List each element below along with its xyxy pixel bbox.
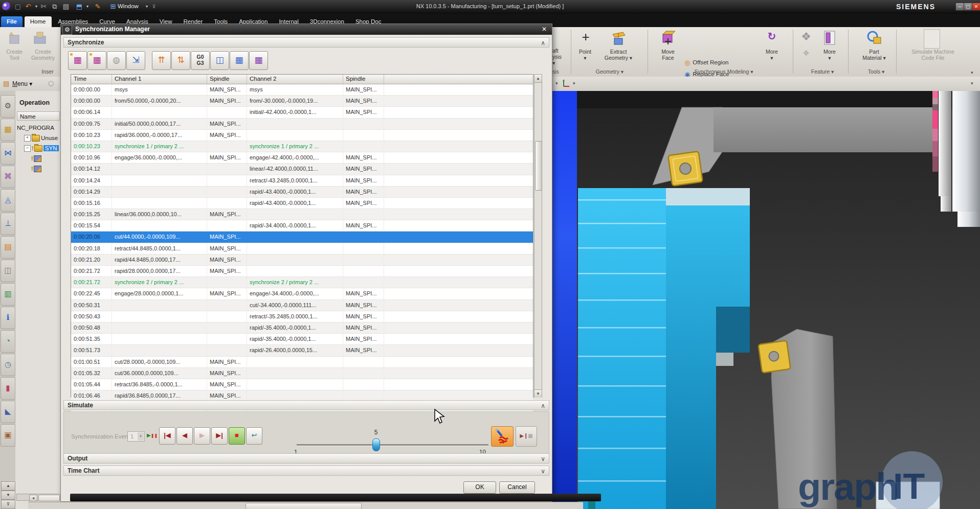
cancel-button[interactable]: Cancel <box>499 481 535 494</box>
copy-icon[interactable]: ⧉ <box>50 2 59 11</box>
table-row[interactable]: 0:00:50.48rapid/-35.4000,-0.0000,1...MAI… <box>71 322 533 334</box>
resource-scroll-down-icon[interactable]: ▼ <box>1 491 15 500</box>
table-row[interactable]: 0:00:15.54rapid/-34.4000,-0.0000,1...MAI… <box>71 220 533 232</box>
tree-item[interactable]: ! <box>31 153 42 164</box>
column-header-channel-1[interactable]: Channel 1 <box>112 75 207 84</box>
collapse-icon-2[interactable]: ∧ <box>541 401 545 410</box>
remove-synchronization-button[interactable]: ◍ <box>107 51 126 70</box>
resource-tab-operation-navigator-icon[interactable]: ▤ <box>1 236 15 259</box>
ribbon-tab-home[interactable]: Home <box>25 16 52 27</box>
create-synchronization-alt-button[interactable]: ▦* <box>87 51 106 70</box>
table-row[interactable]: 0:00:10.23rapid/36.0000,-0.0000,17...MAI… <box>71 130 533 141</box>
resource-tab-scene-icon[interactable]: ▣ <box>1 424 15 447</box>
table-row[interactable]: 0:00:22.45engage/28.0000,0.0000,1...MAIN… <box>71 288 533 299</box>
nav-scroll-left-icon[interactable]: ◂ <box>29 495 37 501</box>
resource-tab-web-browser-icon[interactable]: ◔ <box>1 330 15 353</box>
rewind-to-start-button[interactable]: |◀ <box>159 427 175 445</box>
table-row[interactable]: 0:00:14.12linear/-42.4000,0.0000,11...MA… <box>71 164 533 175</box>
collapse-icon[interactable]: ∧ <box>541 38 545 48</box>
resource-overflow-icon[interactable]: ⊽ <box>1 500 15 509</box>
part-material-button[interactable]: PartMaterial ▾ <box>858 49 890 61</box>
table-row[interactable]: 0:00:51.35rapid/-35.4000,-0.0000,1...MAI… <box>71 334 533 345</box>
column-header-spindle[interactable]: Spindle <box>343 75 384 84</box>
resource-tab-sketch-icon[interactable]: ◬ <box>1 189 15 212</box>
bottom-scroll-thumb[interactable] <box>246 503 362 509</box>
table-row[interactable]: 0:01:00.51cut/28.0000,-0.0000,109...MAIN… <box>71 357 533 368</box>
nav-scroll-thumb[interactable] <box>38 495 60 501</box>
table-row[interactable]: 0:00:21.72synchronize 2 / primary 2 ...s… <box>71 277 533 288</box>
create-geometry-button[interactable]: CreateGeometry <box>27 49 59 61</box>
table-row[interactable]: 0:00:20.06cut/44.0000,-0.0000,109...MAIN… <box>71 232 533 243</box>
forward-to-end-button[interactable]: ▶| <box>211 427 228 445</box>
table-row[interactable]: 0:00:14.29rapid/-43.4000,-0.0000,1...MAI… <box>71 187 533 198</box>
table-view-full-button[interactable]: ▦ <box>230 51 249 70</box>
resource-tab-part-navigator-icon[interactable]: ⌘ <box>1 166 15 188</box>
g-code-filter-button[interactable]: G0G3 <box>191 51 210 70</box>
toolbar-overflow-icon[interactable]: ⊽ <box>149 2 159 11</box>
tree-item[interactable]: ! <box>31 164 42 174</box>
move-face-button[interactable]: MoveFace <box>656 49 680 61</box>
table-row[interactable]: 0:00:09.75initial/50.0000,0.0000,17...MA… <box>71 119 533 130</box>
expand-icon-2[interactable]: ∨ <box>541 467 545 476</box>
simulate-machine-code-button[interactable]: Simulate MachineCode File <box>900 49 966 61</box>
view-dropdown-icon[interactable]: ▾ <box>555 81 558 86</box>
step-forward-button[interactable]: ▶ <box>194 427 210 445</box>
feature-group-label[interactable]: Feature ▾ <box>798 68 847 75</box>
table-scrollbar[interactable]: ▲ ▼ <box>534 74 542 398</box>
resource-tab-constraint-navigator-icon[interactable]: ⋈ <box>1 142 15 165</box>
table-row[interactable]: 0:00:10.96engage/36.0000,-0.0000,...MAIN… <box>71 152 533 164</box>
table-row[interactable]: 0:00:00.00msysMAIN_SPI...msysMAIN_SPI... <box>71 84 533 96</box>
time-chart-section-header[interactable]: Time Chart ∨ <box>63 466 549 476</box>
table-row[interactable]: 0:00:15.25linear/36.0000,0.0000,10...MAI… <box>71 209 533 220</box>
geometry-group-label[interactable]: Geometry ▾ <box>574 68 645 75</box>
table-row[interactable]: 0:00:00.00from/50.0000,-0.0000,20...MAIN… <box>71 96 533 107</box>
resource-scroll-up-icon[interactable]: ▲ <box>1 481 15 491</box>
stop-button[interactable]: ■ <box>229 427 245 445</box>
save-icon[interactable]: ▢ <box>13 2 23 11</box>
scroll-thumb[interactable] <box>535 141 542 191</box>
output-section-header[interactable]: Output ∨ <box>63 453 549 464</box>
offset-region-button[interactable]: ◎Offset Region <box>684 57 728 68</box>
table-row[interactable]: 0:00:15.16rapid/-43.4000,-0.0000,1...MAI… <box>71 198 533 209</box>
ribbon-overflow-icon[interactable]: ▾ <box>971 70 973 75</box>
screenshot-dropdown-icon[interactable]: ▾ <box>83 2 92 11</box>
view-orientation-icon[interactable] <box>562 78 571 90</box>
expand-icon[interactable]: + <box>24 135 31 142</box>
table-row[interactable]: 0:00:14.24retract/-43.2485,0.0000,1...MA… <box>71 175 533 187</box>
table-row[interactable]: 0:01:05.44retract/36.8485,-0.0000,1...MA… <box>71 379 533 390</box>
cut-icon[interactable]: ✄ <box>39 2 48 11</box>
resource-tab-tool-crib-icon[interactable]: ◫ <box>1 260 15 282</box>
bottom-scrollbar[interactable] <box>28 502 583 509</box>
tools-group-label[interactable]: Tools ▾ <box>858 68 894 75</box>
resource-tab-info-icon[interactable]: ℹ <box>1 307 15 329</box>
view-dropdown-icon-2[interactable]: ▾ <box>573 81 575 86</box>
column-header-spindle[interactable]: Spindle <box>207 75 247 84</box>
maximize-button[interactable]: ▢ <box>964 3 972 11</box>
renumber-all-button[interactable]: ⇅ <box>171 51 190 70</box>
create-synchronization-button[interactable]: ▦* <box>68 51 87 70</box>
tree-item-unuse[interactable]: +Unuse <box>24 133 58 143</box>
resource-tab-history-icon[interactable]: ◷ <box>1 354 15 376</box>
table-row[interactable]: 0:00:51.73rapid/-26.4000,0.0000,15...MAI… <box>71 345 533 356</box>
minimize-button[interactable]: ─ <box>955 3 964 11</box>
menu-button[interactable]: Menu ▾ <box>12 80 32 87</box>
scroll-up-icon[interactable]: ▲ <box>534 75 542 83</box>
brush-icon[interactable]: ✎ <box>93 2 102 11</box>
sync-event-dropdown[interactable]: 1▾ <box>127 431 145 442</box>
more-feature-button[interactable]: More▾ <box>817 49 842 61</box>
sync-modeling-group-label[interactable]: Synchronous Modeling ▾ <box>658 68 790 75</box>
expand-icon[interactable]: ∨ <box>541 454 545 464</box>
window-menu[interactable]: Window <box>118 3 139 9</box>
navigator-h-scrollbar[interactable]: ◂ <box>16 494 60 501</box>
ok-button[interactable]: OK <box>463 481 496 494</box>
collapse-icon[interactable]: − <box>24 145 31 152</box>
event-slider-track[interactable] <box>297 444 488 446</box>
table-row[interactable]: 0:00:20.18retract/44.8485,0.0000,1...MAI… <box>71 243 533 254</box>
strip-overflow-icon[interactable]: ▾ <box>971 81 973 86</box>
graphics-viewport[interactable]: graph IT <box>552 91 980 509</box>
renumber-up-button[interactable]: ⇈ <box>152 51 171 70</box>
extract-geometry-button[interactable]: ExtractGeometry ▾ <box>603 49 634 61</box>
show-toolpath-button[interactable] <box>491 426 514 447</box>
create-tool-button[interactable]: CreateTool <box>0 49 29 61</box>
event-table-header[interactable]: TimeChannel 1SpindleChannel 2Spindle <box>71 75 533 84</box>
